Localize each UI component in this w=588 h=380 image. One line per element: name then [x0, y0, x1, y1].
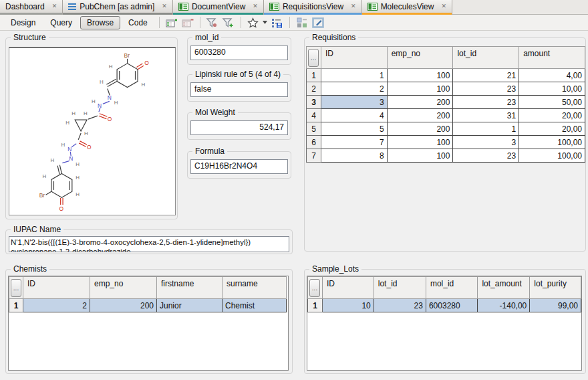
cell[interactable]: 99,00 — [530, 299, 581, 312]
svg-text:O: O — [108, 116, 112, 122]
column-header-amount[interactable]: amount — [519, 47, 585, 69]
mol-id-label: mol_id — [192, 33, 221, 42]
column-header-surname[interactable]: surname — [223, 277, 287, 299]
cell[interactable]: 23 — [453, 96, 519, 109]
column-header-lot_id[interactable]: lot_id — [453, 47, 519, 69]
column-header-mol_id[interactable]: mol_id — [426, 277, 478, 299]
svg-text:Br: Br — [124, 52, 130, 59]
mol-id-field[interactable]: 6003280 — [190, 45, 288, 60]
row-header[interactable]: 5 — [307, 122, 321, 136]
column-header-lot_id[interactable]: lot_id — [374, 277, 426, 299]
cell[interactable]: 10 — [322, 299, 374, 312]
close-icon[interactable]: ✕ — [162, 3, 167, 9]
code-button[interactable]: Code — [122, 16, 154, 29]
cell[interactable]: 200 — [90, 299, 157, 312]
cell[interactable]: 4,00 — [519, 69, 585, 82]
cell[interactable]: 10,00 — [519, 82, 585, 96]
table-corner-button[interactable]: ... — [308, 49, 319, 67]
column-header-emp_no[interactable]: emp_no — [90, 277, 157, 299]
table-corner-button[interactable]: ... — [309, 279, 320, 297]
cell[interactable]: 100 — [387, 82, 453, 96]
cell[interactable]: 7 — [321, 136, 387, 149]
cell[interactable]: 100 — [387, 136, 453, 149]
cell[interactable]: 100 — [387, 69, 453, 82]
svg-text:H: H — [141, 82, 145, 88]
requisitions-table-grid: ...IDemp_nolot_idamount11100214,00221002… — [306, 46, 585, 163]
cell[interactable]: 200 — [387, 122, 453, 136]
edit-form-icon[interactable] — [311, 16, 325, 29]
favorites-star-icon[interactable] — [246, 16, 261, 29]
mol-weight-field[interactable]: 524,17 — [190, 120, 288, 135]
cell[interactable]: 31 — [453, 109, 519, 122]
cell[interactable]: 8 — [321, 149, 387, 163]
cell[interactable]: -140,00 — [478, 299, 530, 312]
delete-record-icon[interactable] — [180, 16, 195, 29]
cell[interactable]: 200 — [387, 109, 453, 122]
chevron-down-icon[interactable] — [262, 16, 269, 29]
iupac-name-field[interactable]: N'1,N'2-bis({[(1E)-3-bromo-4-oxocyclohex… — [9, 236, 289, 252]
tab-requisitionsview[interactable]: RequisitionsView ✕ — [264, 0, 362, 15]
query-button[interactable]: Query — [43, 16, 79, 29]
formula-field[interactable]: C19H16Br2N4O4 — [190, 159, 288, 174]
close-icon[interactable]: ✕ — [52, 3, 57, 9]
lipinski-group: Lipinski rule of 5 (4 of 4) false — [187, 74, 291, 102]
cell[interactable]: 100 — [387, 149, 453, 163]
column-header-emp_no[interactable]: emp_no — [387, 47, 453, 69]
column-header-firstname[interactable]: firstname — [157, 277, 223, 299]
cell[interactable]: 23 — [453, 149, 519, 163]
column-header-ID[interactable]: ID — [322, 277, 374, 299]
cell[interactable]: Chemist — [223, 299, 287, 312]
tab-dashboard[interactable]: Dashboard ✕ — [0, 0, 63, 15]
cell[interactable]: 23 — [453, 82, 519, 96]
row-header[interactable]: 7 — [307, 149, 321, 163]
tab-pubchem[interactable]: PubChem [as admin] ✕ — [63, 0, 173, 15]
list-save-icon[interactable] — [270, 16, 285, 29]
row-header[interactable]: 1 — [307, 69, 321, 82]
row-header[interactable]: 3 — [307, 96, 321, 109]
cell[interactable]: Junior — [157, 299, 223, 312]
lipinski-field[interactable]: false — [190, 82, 288, 97]
add-record-icon[interactable] — [164, 16, 179, 29]
cell[interactable]: 1 — [453, 122, 519, 136]
row-header[interactable]: 4 — [307, 109, 321, 122]
filter-add-icon[interactable] — [221, 16, 236, 29]
cell[interactable]: 50,00 — [519, 96, 585, 109]
browse-button[interactable]: Browse — [80, 16, 120, 29]
cell[interactable]: 100,00 — [519, 149, 585, 163]
tab-moleculesview[interactable]: MoleculesView ✕ — [362, 0, 452, 15]
column-header-lot_amount[interactable]: lot_amount — [478, 277, 530, 299]
column-header-ID[interactable]: ID — [321, 47, 387, 69]
filter-clear-icon[interactable] — [205, 16, 220, 29]
cell[interactable]: 2 — [23, 299, 90, 312]
row-header[interactable]: 2 — [307, 82, 321, 96]
row-header[interactable]: 6 — [307, 136, 321, 149]
cell[interactable]: 21 — [453, 69, 519, 82]
mol-weight-group: Mol Weight 524,17 — [187, 112, 291, 140]
cell[interactable]: 4 — [321, 109, 387, 122]
cell[interactable]: 20,00 — [519, 122, 585, 136]
tab-bar: Dashboard ✕ PubChem [as admin] ✕ Documen… — [0, 0, 588, 15]
cell[interactable]: 20,00 — [519, 109, 585, 122]
cell[interactable]: 3 — [321, 96, 387, 109]
layout-squares-icon[interactable] — [295, 16, 309, 29]
column-header-lot_purity[interactable]: lot_purity — [530, 277, 581, 299]
cell[interactable]: 2 — [321, 82, 387, 96]
design-button[interactable]: Design — [4, 16, 42, 29]
cell[interactable]: 200 — [387, 96, 453, 109]
column-header-ID[interactable]: ID — [23, 277, 90, 299]
cell[interactable]: 6003280 — [426, 299, 478, 312]
tab-documentview[interactable]: DocumentView ✕ — [173, 0, 264, 15]
cell[interactable]: 5 — [321, 122, 387, 136]
table-corner-button[interactable]: ... — [11, 279, 21, 297]
close-icon[interactable]: ✕ — [253, 3, 258, 9]
requisitions-group: Requisitions ...IDemp_nolot_idamount1110… — [304, 37, 586, 252]
cell[interactable]: 3 — [453, 136, 519, 149]
cell[interactable]: 23 — [374, 299, 426, 312]
cell[interactable]: 1 — [321, 69, 387, 82]
row-header[interactable]: 1 — [9, 299, 23, 312]
iupac-line-1: N'1,N'2-bis({[(1E)-3-bromo-4-oxocyclohex… — [11, 238, 287, 247]
close-icon[interactable]: ✕ — [351, 3, 356, 9]
row-header[interactable]: 1 — [308, 299, 323, 312]
close-icon[interactable]: ✕ — [441, 3, 446, 9]
cell[interactable]: 100,00 — [519, 136, 585, 149]
